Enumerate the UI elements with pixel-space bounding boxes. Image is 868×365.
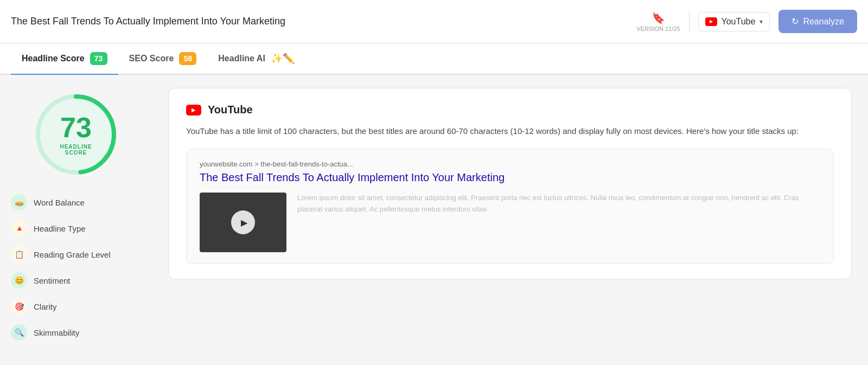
tabs-bar: Headline Score 73 SEO Score 58 Headline …	[0, 43, 868, 75]
metric-sentiment[interactable]: 😊 Sentiment	[11, 272, 141, 289]
tab-headline-score-label: Headline Score	[22, 54, 85, 63]
tab-seo-score-label: SEO Score	[129, 54, 174, 63]
refresh-icon: ↻	[792, 16, 799, 27]
metric-reading-grade-level[interactable]: 📋 Reading Grade Level	[11, 246, 141, 262]
skimmability-label: Skimmability	[34, 328, 79, 337]
metric-skimmability[interactable]: 🔍 Skimmability	[11, 324, 141, 341]
clarity-icon: 🎯	[11, 298, 27, 315]
right-panel: YouTube YouTube has a title limit of 100…	[152, 75, 868, 365]
reading-grade-level-icon: 📋	[11, 246, 27, 262]
platform-name: YouTube	[208, 104, 253, 116]
play-button[interactable]	[231, 210, 255, 234]
score-value: 73	[60, 113, 92, 142]
metrics-list: 🥧 Word Balance 🔺 Headline Type 📋 Reading…	[11, 194, 141, 341]
youtube-logo-icon	[705, 17, 717, 26]
youtube-selector-label: YouTube	[722, 17, 756, 27]
preview-url: yourwebsite.com > the-best-fall-trends-t…	[200, 160, 820, 168]
bookmark-icon[interactable]: 🔖	[652, 11, 665, 24]
sentiment-label: Sentiment	[34, 276, 71, 285]
ai-sparkle-icon: ✨✏️	[271, 53, 295, 65]
lorem-text: Lorem ipsum dolor sit amet, consectetur …	[297, 193, 820, 252]
tab-headline-score[interactable]: Headline Score 73	[11, 43, 118, 75]
page-title: The Best Fall Trends To Actually Impleme…	[11, 16, 636, 27]
vertical-divider	[689, 11, 690, 33]
left-panel: 73 HEADLINESCORE 🥧 Word Balance 🔺 Headli…	[0, 75, 152, 365]
bookmark-version: 🔖 VERSION 11/25	[636, 11, 680, 32]
score-label: HEADLINESCORE	[60, 144, 92, 156]
metric-word-balance[interactable]: 🥧 Word Balance	[11, 194, 141, 210]
tab-headline-ai-label: Headline AI	[218, 54, 265, 63]
main-content: 73 HEADLINESCORE 🥧 Word Balance 🔺 Headli…	[0, 75, 868, 365]
headline-type-icon: 🔺	[11, 220, 27, 236]
word-balance-label: Word Balance	[34, 198, 85, 207]
score-center: 73 HEADLINESCORE	[33, 91, 119, 178]
metric-clarity[interactable]: 🎯 Clarity	[11, 298, 141, 315]
content-card: YouTube YouTube has a title limit of 100…	[168, 88, 852, 279]
skimmability-icon: 🔍	[11, 324, 27, 341]
card-header: YouTube	[186, 104, 834, 116]
clarity-label: Clarity	[34, 302, 57, 311]
reanalyze-label: Reanalyze	[803, 17, 844, 27]
metric-headline-type[interactable]: 🔺 Headline Type	[11, 220, 141, 236]
top-bar-right: 🔖 VERSION 11/25 YouTube ▾ ↻ Reanalyze	[636, 10, 857, 33]
video-thumbnail	[200, 193, 286, 252]
top-bar: The Best Fall Trends To Actually Impleme…	[0, 0, 868, 43]
word-balance-icon: 🥧	[11, 194, 27, 210]
score-circle-container: 73 HEADLINESCORE	[33, 91, 119, 178]
preview-card: yourwebsite.com > the-best-fall-trends-t…	[186, 149, 834, 264]
tab-seo-score[interactable]: SEO Score 58	[118, 43, 208, 75]
platform-description: YouTube has a title limit of 100 charact…	[186, 125, 834, 138]
youtube-selector[interactable]: YouTube ▾	[698, 12, 770, 31]
version-label: VERSION 11/25	[636, 25, 680, 32]
preview-title[interactable]: The Best Fall Trends To Actually Impleme…	[200, 171, 820, 184]
tab-headline-ai[interactable]: Headline AI ✨✏️	[207, 43, 305, 75]
preview-body: Lorem ipsum dolor sit amet, consectetur …	[200, 193, 820, 252]
reanalyze-button[interactable]: ↻ Reanalyze	[778, 10, 857, 33]
headline-score-badge: 73	[90, 52, 107, 65]
headline-type-label: Headline Type	[34, 224, 86, 233]
sentiment-icon: 😊	[11, 272, 27, 289]
seo-score-badge: 58	[179, 52, 196, 65]
reading-grade-level-label: Reading Grade Level	[34, 250, 111, 259]
chevron-down-icon: ▾	[760, 18, 763, 25]
youtube-logo-large-icon	[186, 105, 201, 116]
